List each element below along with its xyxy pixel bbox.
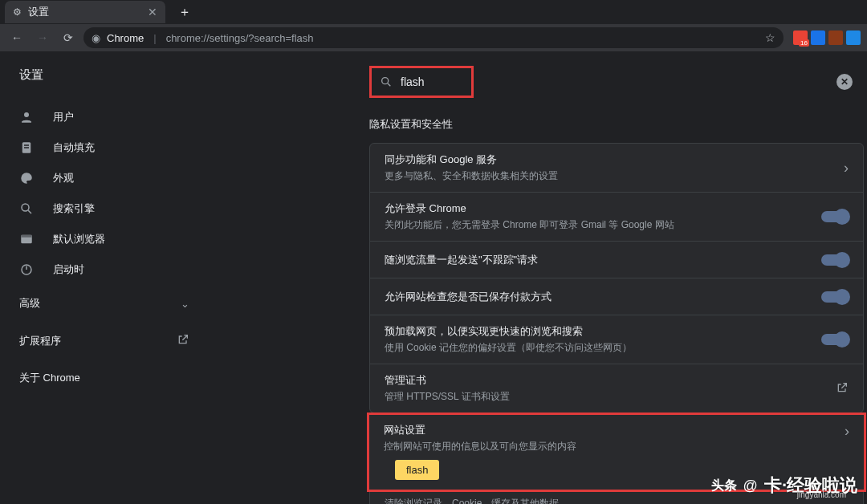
settings-sidebar: 设置 用户 自动填充 外观 搜索引擎 默认浏览器 启动时 高级 ⌄: [0, 51, 209, 504]
sidebar-item-extensions[interactable]: 扩展程序: [0, 322, 209, 360]
sidebar-item-autofill[interactable]: 自动填充: [0, 132, 209, 163]
row-title: 同步功能和 Google 服务: [385, 152, 834, 167]
search-match-chip: flash: [395, 460, 439, 480]
sidebar-item-label: 用户: [53, 110, 74, 124]
toolbar: ← → ⟳ ◉ Chrome | chrome://settings/?sear…: [0, 24, 867, 51]
extension-icons: [793, 30, 861, 45]
row-title: 允许登录 Chrome: [385, 201, 812, 216]
sidebar-item-label: 外观: [53, 171, 74, 185]
row-subtitle: 使用 Cookie 记住您的偏好设置（即使您不访问这些网页）: [385, 341, 812, 355]
new-tab-button[interactable]: ＋: [175, 2, 194, 22]
sidebar-item-appearance[interactable]: 外观: [0, 163, 209, 193]
forward-button[interactable]: →: [32, 27, 53, 48]
extension-icon[interactable]: [793, 30, 808, 45]
row-title: 允许网站检查您是否已保存付款方式: [385, 290, 812, 304]
row-title: 随浏览流量一起发送"不跟踪"请求: [385, 253, 812, 267]
svg-point-0: [24, 112, 29, 117]
svg-rect-6: [21, 235, 32, 238]
svg-rect-2: [24, 144, 29, 146]
row-manage-certs[interactable]: 管理证书 管理 HTTPS/SSL 证书和设置: [370, 364, 863, 413]
settings-card: 同步功能和 Google 服务 更多与隐私、安全和数据收集相关的设置 › 允许登…: [369, 143, 864, 413]
url-scheme: Chrome: [107, 32, 144, 44]
clear-search-button[interactable]: ✕: [836, 74, 853, 90]
extension-icon[interactable]: [811, 30, 825, 45]
row-title: 网站设置: [384, 423, 835, 437]
browser-icon: [19, 232, 34, 246]
sidebar-item-advanced[interactable]: 高级 ⌄: [0, 285, 209, 322]
url-separator: |: [153, 32, 156, 44]
person-icon: [19, 110, 34, 124]
sidebar-item-people[interactable]: 用户: [0, 102, 209, 132]
search-icon: [19, 201, 34, 216]
reload-button[interactable]: ⟳: [58, 27, 79, 48]
sidebar-item-search[interactable]: 搜索引擎: [0, 193, 209, 224]
sidebar-advanced-label: 高级: [19, 296, 40, 311]
back-button[interactable]: ←: [6, 27, 27, 48]
sidebar-item-startup[interactable]: 启动时: [0, 254, 209, 285]
autofill-icon: [19, 140, 34, 155]
row-sync-services[interactable]: 同步功能和 Google 服务 更多与隐私、安全和数据收集相关的设置 ›: [370, 144, 863, 192]
row-subtitle: 管理 HTTPS/SSL 证书和设置: [385, 390, 826, 404]
sidebar-item-label: 启动时: [53, 262, 84, 277]
svg-point-4: [22, 204, 29, 211]
tab-strip: ⚙ 设置 ✕ ＋: [0, 0, 867, 24]
tab-title: 设置: [28, 5, 49, 19]
chevron-down-icon: ⌄: [85, 298, 189, 310]
toggle-switch[interactable]: [821, 334, 849, 345]
toggle-switch[interactable]: [821, 254, 849, 266]
svg-point-8: [382, 78, 389, 84]
row-preload[interactable]: 预加载网页，以便实现更快速的浏览和搜索 使用 Cookie 记住您的偏好设置（即…: [370, 315, 863, 364]
address-bar[interactable]: ◉ Chrome | chrome://settings/?search=fla…: [83, 27, 784, 48]
toggle-switch[interactable]: [821, 291, 849, 303]
chevron-right-icon: ›: [844, 160, 849, 177]
sidebar-item-label: 搜索引擎: [53, 201, 95, 216]
row-do-not-track[interactable]: 随浏览流量一起发送"不跟踪"请求: [370, 241, 863, 278]
browser-tab[interactable]: ⚙ 设置 ✕: [5, 1, 165, 23]
row-subtitle: 更多与隐私、安全和数据收集相关的设置: [385, 169, 834, 183]
extension-icon[interactable]: [828, 30, 843, 45]
row-subtitle: 控制网站可使用的信息以及可向您显示的内容: [384, 440, 835, 453]
close-tab-icon[interactable]: ✕: [148, 6, 157, 18]
extension-icon[interactable]: [846, 30, 861, 45]
watermark-url: jingyanla.com: [797, 490, 846, 499]
settings-search-input[interactable]: [401, 75, 449, 88]
row-title: 预加载网页，以便实现更快速的浏览和搜索: [385, 324, 812, 339]
sidebar-item-about[interactable]: 关于 Chrome: [0, 360, 209, 396]
sidebar-about-label: 关于 Chrome: [19, 372, 80, 384]
power-icon: [19, 262, 34, 277]
page-title: 设置: [0, 67, 209, 102]
watermark-logo: 头条: [711, 479, 737, 492]
toggle-switch[interactable]: [821, 211, 849, 222]
chevron-right-icon: ›: [845, 423, 849, 440]
section-heading-privacy: 隐私设置和安全性: [369, 117, 867, 132]
svg-rect-3: [24, 147, 29, 148]
sidebar-item-default-browser[interactable]: 默认浏览器: [0, 224, 209, 254]
bookmark-star-icon[interactable]: ☆: [765, 31, 775, 44]
sidebar-item-label: 自动填充: [53, 140, 95, 155]
palette-icon: [19, 171, 34, 185]
open-external-icon: [177, 333, 189, 348]
search-icon: [380, 75, 393, 88]
url-text: chrome://settings/?search=flash: [166, 32, 314, 44]
gear-icon: ⚙: [13, 6, 22, 18]
watermark: 头条 @ 卡·经验啦说 jingyanla.com: [711, 474, 857, 498]
row-subtitle: 清除浏览记录、Cookie、缓存及其他数据: [385, 498, 559, 504]
sidebar-item-label: 默认浏览器: [53, 232, 105, 246]
row-subtitle: 关闭此功能后，您无需登录 Chrome 即可登录 Gmail 等 Google …: [385, 218, 812, 232]
chrome-icon: ◉: [92, 32, 100, 44]
open-external-icon: [836, 381, 849, 396]
row-allow-signin[interactable]: 允许登录 Chrome 关闭此功能后，您无需登录 Chrome 即可登录 Gma…: [370, 192, 863, 241]
settings-main: ✕ 隐私设置和安全性 同步功能和 Google 服务 更多与隐私、安全和数据收集…: [209, 51, 867, 504]
row-payment-check[interactable]: 允许网站检查您是否已保存付款方式: [370, 278, 863, 315]
settings-search-box[interactable]: [369, 66, 474, 98]
row-title: 管理证书: [385, 373, 826, 388]
sidebar-extensions-label: 扩展程序: [19, 334, 61, 348]
